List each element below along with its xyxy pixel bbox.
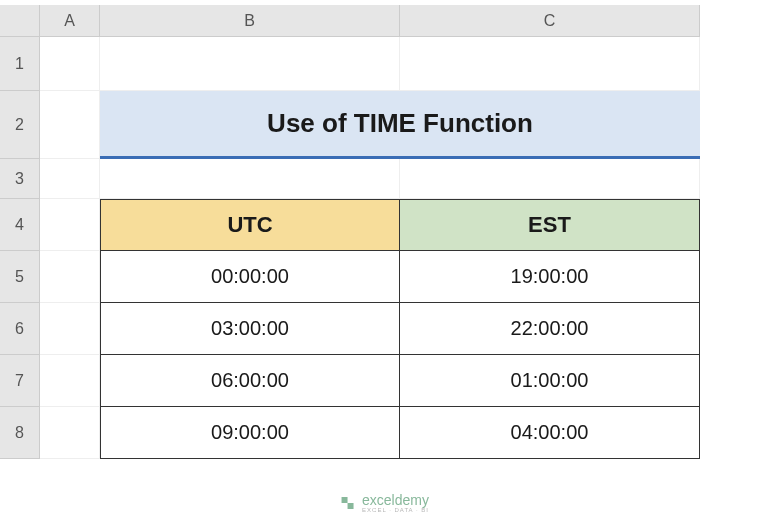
cell-b1[interactable] [100, 37, 400, 91]
cell-c3[interactable] [400, 159, 700, 199]
row-header-7[interactable]: 7 [0, 355, 40, 407]
title-cell[interactable]: Use of TIME Function [100, 91, 700, 159]
col-header-b[interactable]: B [100, 5, 400, 37]
col-header-c[interactable]: C [400, 5, 700, 37]
row-header-4[interactable]: 4 [0, 199, 40, 251]
cell-utc-0[interactable]: 00:00:00 [100, 251, 400, 303]
row-header-1[interactable]: 1 [0, 37, 40, 91]
watermark: exceldemy EXCEL · DATA · BI [338, 493, 429, 513]
spreadsheet-grid: A B C 1 2 Use of TIME Function 3 4 UTC E… [0, 0, 767, 459]
header-utc[interactable]: UTC [100, 199, 400, 251]
row-header-6[interactable]: 6 [0, 303, 40, 355]
cell-est-0[interactable]: 19:00:00 [400, 251, 700, 303]
cell-b3[interactable] [100, 159, 400, 199]
row-header-3[interactable]: 3 [0, 159, 40, 199]
logo-icon [338, 494, 356, 512]
corner-cell [0, 5, 40, 37]
col-header-a[interactable]: A [40, 5, 100, 37]
row-header-2[interactable]: 2 [0, 91, 40, 159]
cell-a8[interactable] [40, 407, 100, 459]
cell-a6[interactable] [40, 303, 100, 355]
row-header-5[interactable]: 5 [0, 251, 40, 303]
header-est[interactable]: EST [400, 199, 700, 251]
watermark-sub: EXCEL · DATA · BI [362, 507, 429, 513]
cell-a1[interactable] [40, 37, 100, 91]
cell-a2[interactable] [40, 91, 100, 159]
cell-utc-1[interactable]: 03:00:00 [100, 303, 400, 355]
cell-utc-2[interactable]: 06:00:00 [100, 355, 400, 407]
cell-c1[interactable] [400, 37, 700, 91]
cell-est-2[interactable]: 01:00:00 [400, 355, 700, 407]
row-header-8[interactable]: 8 [0, 407, 40, 459]
watermark-main: exceldemy [362, 493, 429, 507]
cell-a4[interactable] [40, 199, 100, 251]
cell-a5[interactable] [40, 251, 100, 303]
cell-a7[interactable] [40, 355, 100, 407]
cell-utc-3[interactable]: 09:00:00 [100, 407, 400, 459]
cell-a3[interactable] [40, 159, 100, 199]
cell-est-1[interactable]: 22:00:00 [400, 303, 700, 355]
cell-est-3[interactable]: 04:00:00 [400, 407, 700, 459]
